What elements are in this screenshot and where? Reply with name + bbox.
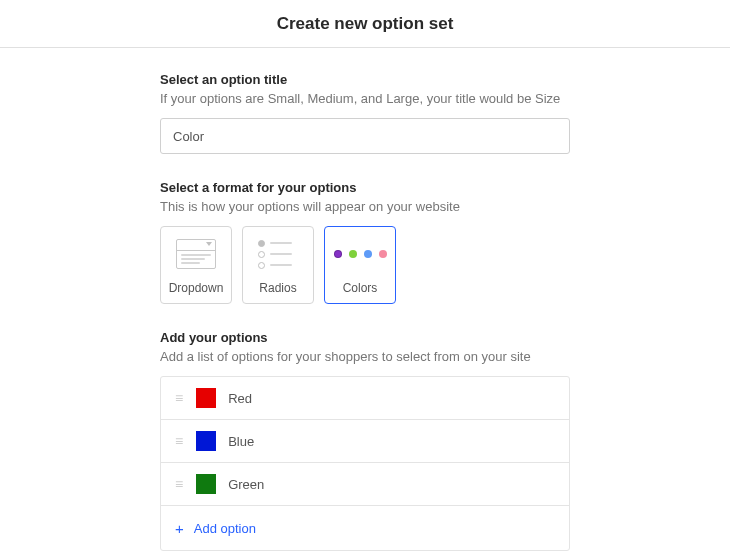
options-list: Red Blue Green + Add option bbox=[160, 376, 570, 551]
add-option-button[interactable]: + Add option bbox=[161, 506, 569, 550]
option-label: Green bbox=[228, 477, 264, 492]
color-swatch[interactable] bbox=[196, 474, 216, 494]
option-row[interactable]: Red bbox=[161, 377, 569, 420]
format-card-radios[interactable]: Radios bbox=[242, 226, 314, 304]
radios-icon bbox=[258, 236, 298, 273]
colors-icon bbox=[334, 250, 387, 258]
color-swatch[interactable] bbox=[196, 431, 216, 451]
option-title-section: Select an option title If your options a… bbox=[160, 72, 570, 154]
options-label: Add your options bbox=[160, 330, 570, 345]
drag-handle-icon[interactable] bbox=[175, 439, 182, 444]
option-row[interactable]: Blue bbox=[161, 420, 569, 463]
option-title-input[interactable] bbox=[160, 118, 570, 154]
options-section: Add your options Add a list of options f… bbox=[160, 330, 570, 551]
option-row[interactable]: Green bbox=[161, 463, 569, 506]
page-title: Create new option set bbox=[0, 0, 730, 48]
plus-icon: + bbox=[175, 520, 184, 537]
form-container: Select an option title If your options a… bbox=[160, 48, 570, 551]
add-option-label: Add option bbox=[194, 521, 256, 536]
format-card-label: Dropdown bbox=[169, 281, 224, 295]
format-section: Select a format for your options This is… bbox=[160, 180, 570, 304]
option-label: Blue bbox=[228, 434, 254, 449]
format-hint: This is how your options will appear on … bbox=[160, 199, 570, 214]
options-hint: Add a list of options for your shoppers … bbox=[160, 349, 570, 364]
drag-handle-icon[interactable] bbox=[175, 482, 182, 487]
option-title-hint: If your options are Small, Medium, and L… bbox=[160, 91, 570, 106]
option-title-label: Select an option title bbox=[160, 72, 570, 87]
format-card-colors[interactable]: Colors bbox=[324, 226, 396, 304]
dropdown-icon bbox=[176, 239, 216, 269]
option-label: Red bbox=[228, 391, 252, 406]
format-card-label: Colors bbox=[343, 281, 378, 295]
color-swatch[interactable] bbox=[196, 388, 216, 408]
format-card-dropdown[interactable]: Dropdown bbox=[160, 226, 232, 304]
drag-handle-icon[interactable] bbox=[175, 396, 182, 401]
format-card-label: Radios bbox=[259, 281, 296, 295]
format-label: Select a format for your options bbox=[160, 180, 570, 195]
